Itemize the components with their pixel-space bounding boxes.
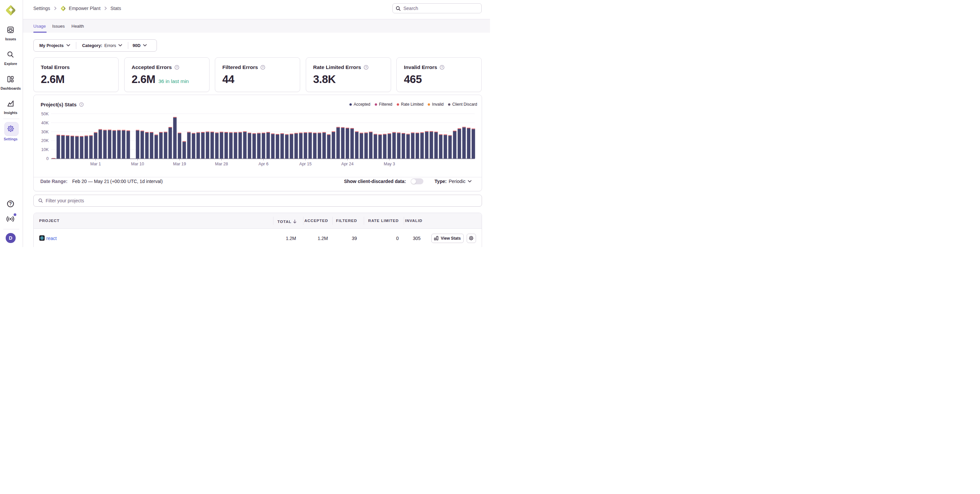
svg-text:30K: 30K	[41, 130, 49, 134]
svg-text:20K: 20K	[41, 139, 49, 143]
svg-text:Apr 24: Apr 24	[341, 162, 354, 166]
svg-text:May 3: May 3	[384, 162, 395, 166]
svg-text:Mar 19: Mar 19	[173, 162, 186, 166]
svg-text:?: ?	[9, 201, 12, 206]
svg-text:Apr 6: Apr 6	[258, 162, 269, 166]
svg-text:Mar 1: Mar 1	[90, 162, 101, 166]
svg-text:50K: 50K	[41, 112, 49, 116]
svg-text:0: 0	[46, 156, 49, 161]
svg-text:Mar 28: Mar 28	[215, 162, 228, 166]
svg-text:40K: 40K	[41, 121, 49, 125]
svg-text:?: ?	[176, 66, 178, 69]
svg-text:?: ?	[365, 66, 367, 69]
svg-text:Apr 15: Apr 15	[299, 162, 312, 166]
svg-text:?: ?	[441, 66, 443, 69]
svg-text:?: ?	[262, 66, 264, 69]
svg-text:Mar 10: Mar 10	[131, 162, 144, 166]
svg-text:10K: 10K	[41, 148, 49, 152]
